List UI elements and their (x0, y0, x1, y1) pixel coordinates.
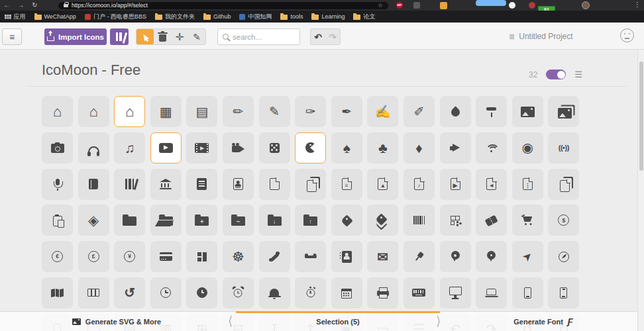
icon-tile-home2[interactable]: ⌂ (78, 96, 109, 127)
generate-font-button[interactable]: Generate Font Ƒ (443, 312, 644, 331)
icon-tile-display[interactable] (440, 277, 471, 308)
icon-tile-connection[interactable] (476, 132, 507, 164)
icon-tile-images[interactable] (548, 96, 579, 127)
icon-tile-stack[interactable]: ◈ (78, 205, 109, 236)
icon-tile-folder-download[interactable]: ↓ (259, 205, 290, 236)
icon-tile-alarm[interactable] (223, 277, 254, 308)
icon-tile-barcode[interactable] (403, 205, 435, 236)
icon-tile-paste[interactable] (42, 205, 73, 236)
icon-tile-pacman[interactable] (295, 132, 326, 164)
icon-tile-blog[interactable]: ✍ (367, 96, 398, 127)
icon-tile-compass[interactable]: ➤ (512, 241, 543, 272)
icon-tile-coin-euro[interactable]: € (42, 241, 73, 272)
icon-tile-camera[interactable] (42, 132, 73, 164)
icon-tile-quill[interactable]: ✑ (295, 96, 326, 127)
icon-tile-profile[interactable] (223, 169, 254, 200)
icon-library-button[interactable] (110, 28, 129, 45)
generate-svg-button[interactable]: Generate SVG & More (0, 312, 233, 331)
move-tool-button[interactable]: ✛ (171, 29, 188, 44)
icon-tile-office[interactable]: ▦ (150, 96, 182, 127)
adblock-extension-icon[interactable]: ABP (396, 2, 403, 9)
icon-tile-calculator[interactable] (186, 241, 217, 272)
icon-tile-coin-dollar[interactable]: $ (548, 205, 579, 236)
icon-tile-paint-format[interactable] (476, 96, 507, 127)
icon-tile-spades[interactable]: ♠ (331, 132, 362, 164)
icon-tile-newspaper[interactable]: ▤ (186, 96, 217, 127)
icon-tile-laptop[interactable] (476, 277, 507, 308)
icon-tile-pen[interactable]: ✒ (331, 96, 362, 127)
icon-tile-file-empty[interactable] (259, 169, 290, 200)
icon-tile-podcast[interactable]: ◉ (512, 132, 543, 164)
browser-menu-icon[interactable]: ⋮ (634, 1, 641, 8)
bookmark-item[interactable]: 论文 (353, 13, 375, 21)
back-icon[interactable]: ← (0, 0, 14, 11)
icon-tile-pencil[interactable]: ✏ (223, 96, 254, 127)
search-input[interactable] (233, 33, 295, 41)
icon-tile-coin-pound[interactable]: £ (78, 241, 109, 272)
icon-tile-address-book[interactable] (331, 241, 362, 272)
icon-tile-keyboard[interactable] (403, 277, 435, 308)
icon-tile-compass2[interactable] (548, 241, 579, 272)
bookmark-item[interactable]: 门户 - 西电睿思BBS (85, 13, 146, 21)
icon-tile-clubs[interactable]: ♣ (367, 132, 398, 164)
icon-tile-stopwatch[interactable] (295, 277, 326, 308)
icon-tile-cart[interactable] (512, 205, 543, 236)
icon-tile-bullhorn[interactable] (440, 132, 471, 164)
icon-tile-diamonds[interactable]: ♦ (403, 132, 435, 164)
icon-tile-folder-plus[interactable]: + (186, 205, 217, 236)
forward-icon[interactable]: → (14, 0, 28, 11)
icon-tile-pushpin[interactable] (403, 241, 435, 272)
icon-tile-lifebuoy[interactable]: ☸ (223, 241, 254, 272)
bookmark-star-icon[interactable]: ☆ (378, 2, 383, 9)
icon-tile-file-zip[interactable]: ⋮ (512, 169, 543, 200)
icon-tile-library[interactable] (150, 169, 182, 200)
bookmark-item[interactable]: Learning (311, 13, 345, 20)
main-menu-button[interactable]: ≡ (2, 28, 22, 45)
icon-tile-phone[interactable] (259, 241, 290, 272)
icon-tile-ticket[interactable] (476, 205, 507, 236)
reload-icon[interactable]: ↻ (28, 0, 42, 11)
bookmark-item[interactable]: 中国知网 (239, 13, 272, 21)
profile-avatar[interactable] (582, 1, 590, 9)
icon-tile-play[interactable]: ▶ (150, 132, 182, 164)
bookmark-item[interactable]: Github (203, 13, 231, 20)
icon-tile-history[interactable]: ↺ (114, 277, 145, 308)
icon-tile-film[interactable]: ▶ (186, 132, 217, 164)
icon-tile-folder[interactable] (114, 205, 145, 236)
icon-tile-file-play[interactable]: ▶ (440, 169, 471, 200)
icon-tile-mobile2[interactable] (548, 277, 579, 308)
icon-tile-dice[interactable] (259, 132, 290, 164)
icon-tile-book[interactable] (78, 169, 109, 200)
select-tool-button[interactable] (136, 29, 154, 44)
edit-tool-button[interactable]: ✎ (188, 29, 205, 44)
icon-tile-file-video[interactable]: ◄ (476, 169, 507, 200)
icon-tile-folder-minus[interactable]: − (223, 205, 254, 236)
icon-tile-envelop[interactable]: ✉ (367, 241, 398, 272)
icon-tile-folder-open[interactable] (150, 205, 182, 236)
undo-button[interactable]: ↶ (311, 29, 325, 44)
icon-tile-droplet[interactable] (440, 96, 471, 127)
icon-tile-file-text2[interactable]: ≡ (331, 169, 362, 200)
icon-tile-home[interactable]: ⌂ (42, 96, 73, 127)
icon-tile-clock[interactable] (150, 277, 182, 308)
icon-tile-map2[interactable] (78, 277, 109, 308)
extension-icon[interactable] (413, 2, 420, 9)
icon-tile-eyedropper[interactable]: ✐ (403, 96, 435, 127)
icon-tile-music[interactable]: ♫ (114, 132, 145, 164)
icon-tile-headphones[interactable] (78, 132, 109, 164)
icon-tile-feed[interactable]: ((•)) (548, 132, 579, 164)
icon-tile-location2[interactable] (476, 241, 507, 272)
bookmark-item[interactable]: 我的文件夹 (155, 13, 195, 21)
icon-tile-books[interactable] (114, 169, 145, 200)
icon-tile-pencil2[interactable]: ✎ (259, 96, 290, 127)
icon-tile-home3[interactable]: ⌂ (114, 96, 145, 127)
icon-tile-coin-yen[interactable]: ¥ (114, 241, 145, 272)
icon-tile-mic[interactable] (42, 169, 73, 200)
set-toggle[interactable] (546, 70, 566, 79)
icon-tile-calendar[interactable] (331, 277, 362, 308)
import-icons-button[interactable]: Import Icons (44, 28, 107, 45)
icon-tile-file-music[interactable]: ♪ (403, 169, 435, 200)
icon-tile-file-text[interactable] (186, 169, 217, 200)
extension-icon[interactable] (509, 2, 515, 9)
icon-tile-price-tags[interactable] (367, 205, 398, 236)
